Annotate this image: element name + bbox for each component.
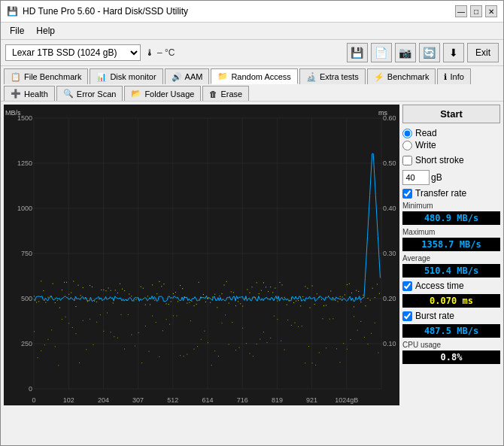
tab-benchmark[interactable]: ⚡ Benchmark — [367, 68, 436, 84]
benchmark-icon: ⚡ — [374, 72, 384, 82]
folder-usage-icon: 📂 — [131, 89, 141, 99]
minimum-stat: Minimum 480.9 MB/s — [402, 202, 500, 225]
short-stroke-unit: gB — [431, 172, 442, 183]
maximum-value: 1358.7 MB/s — [402, 238, 500, 251]
window-title: HD Tune Pro 5.60 - Hard Disk/SSD Utility — [23, 6, 188, 17]
access-time-label: Access time — [415, 281, 464, 291]
tab-erase[interactable]: 🗑 Erase — [202, 86, 249, 101]
toolbar-icon-3[interactable]: 📷 — [395, 43, 416, 62]
short-stroke-label: Short stroke — [415, 155, 464, 165]
aam-icon: 🔊 — [172, 72, 182, 82]
menu-help[interactable]: Help — [30, 24, 61, 38]
extra-tests-icon: 🔬 — [306, 72, 317, 82]
access-time-row: Access time — [402, 281, 500, 291]
info-icon: ℹ — [444, 72, 447, 82]
toolbar-icon-2[interactable]: 📄 — [371, 43, 392, 62]
tab-aam[interactable]: 🔊 AAM — [165, 68, 210, 84]
health-icon: ➕ — [11, 89, 21, 99]
burst-rate-label: Burst rate — [415, 311, 454, 321]
drive-select[interactable]: Lexar 1TB SSD (1024 gB) — [5, 44, 141, 61]
cpu-usage-value: 0.8% — [402, 350, 500, 364]
burst-rate-row: Burst rate — [402, 311, 500, 321]
performance-chart — [4, 105, 399, 405]
transfer-rate-checkbox[interactable] — [402, 189, 412, 199]
maximize-button[interactable]: □ — [470, 5, 482, 17]
write-label: Write — [415, 140, 436, 150]
minimize-button[interactable]: — — [455, 5, 467, 17]
file-benchmark-icon: 📋 — [11, 72, 21, 82]
temp-value: – °C — [157, 47, 175, 58]
maximum-label: Maximum — [402, 228, 500, 236]
burst-rate-value: 487.5 MB/s — [402, 324, 500, 338]
menu-file[interactable]: File — [4, 24, 30, 38]
short-stroke-value[interactable] — [402, 170, 430, 185]
tab-extra-tests[interactable]: 🔬 Extra tests — [299, 68, 366, 84]
close-button[interactable]: ✕ — [485, 5, 497, 17]
maximum-stat: Maximum 1358.7 MB/s — [402, 228, 500, 251]
app-window: 💾 HD Tune Pro 5.60 - Hard Disk/SSD Utili… — [0, 0, 504, 446]
exit-button[interactable]: Exit — [467, 43, 499, 62]
cpu-usage-label: CPU usage — [402, 341, 500, 349]
average-value: 510.4 MB/s — [402, 264, 500, 278]
toolbar: Lexar 1TB SSD (1024 gB) 🌡 – °C 💾 📄 📷 🔄 ⬇… — [1, 40, 503, 66]
tab-file-benchmark[interactable]: 📋 File Benchmark — [4, 68, 88, 84]
minimum-value: 480.9 MB/s — [402, 211, 500, 225]
toolbar-icon-1[interactable]: 💾 — [347, 43, 368, 62]
disk-monitor-icon: 📊 — [96, 72, 107, 82]
read-radio[interactable] — [402, 129, 412, 138]
burst-rate-checkbox[interactable] — [402, 311, 412, 321]
mode-radio-group: Read Write — [402, 126, 500, 152]
title-bar: 💾 HD Tune Pro 5.60 - Hard Disk/SSD Utili… — [1, 1, 503, 23]
erase-icon: 🗑 — [209, 90, 217, 99]
temperature-display: 🌡 – °C — [145, 47, 175, 58]
read-radio-label[interactable]: Read — [402, 128, 500, 138]
nav-tabs: 📋 File Benchmark 📊 Disk monitor 🔊 AAM 📁 … — [1, 66, 503, 102]
tab-info[interactable]: ℹ Info — [437, 68, 470, 84]
tab-folder-usage[interactable]: 📂 Folder Usage — [124, 86, 201, 101]
access-time-value: 0.070 ms — [402, 294, 500, 308]
thermometer-icon: 🌡 — [145, 47, 154, 58]
tab-health[interactable]: ➕ Health — [4, 86, 55, 101]
write-radio-label[interactable]: Write — [402, 140, 500, 150]
tab-error-scan[interactable]: 🔍 Error Scan — [56, 86, 123, 101]
short-stroke-row: Short stroke — [402, 155, 500, 165]
access-time-checkbox[interactable] — [402, 281, 412, 291]
menu-bar: File Help — [1, 23, 503, 40]
write-radio[interactable] — [402, 141, 412, 150]
tab-random-access[interactable]: 📁 Random Access — [211, 68, 297, 84]
read-label: Read — [415, 128, 437, 138]
tab-disk-monitor[interactable]: 📊 Disk monitor — [90, 68, 162, 84]
short-stroke-checkbox[interactable] — [402, 156, 412, 165]
error-scan-icon: 🔍 — [63, 89, 74, 99]
average-label: Average — [402, 254, 500, 262]
main-content: Start Read Write Short stroke gB — [1, 102, 503, 408]
right-panel: Start Read Write Short stroke gB — [402, 105, 500, 405]
app-icon: 💾 — [7, 6, 18, 17]
minimum-label: Minimum — [402, 202, 500, 210]
transfer-rate-row: Transfer rate — [402, 188, 500, 199]
start-button[interactable]: Start — [402, 105, 500, 123]
average-stat: Average 510.4 MB/s — [402, 254, 500, 278]
cpu-usage-stat: CPU usage 0.8% — [402, 341, 500, 364]
chart-container — [4, 105, 399, 405]
toolbar-icon-4[interactable]: 🔄 — [419, 43, 440, 62]
transfer-rate-label: Transfer rate — [415, 188, 466, 199]
toolbar-icon-5[interactable]: ⬇ — [443, 43, 464, 62]
random-access-icon: 📁 — [217, 71, 228, 81]
